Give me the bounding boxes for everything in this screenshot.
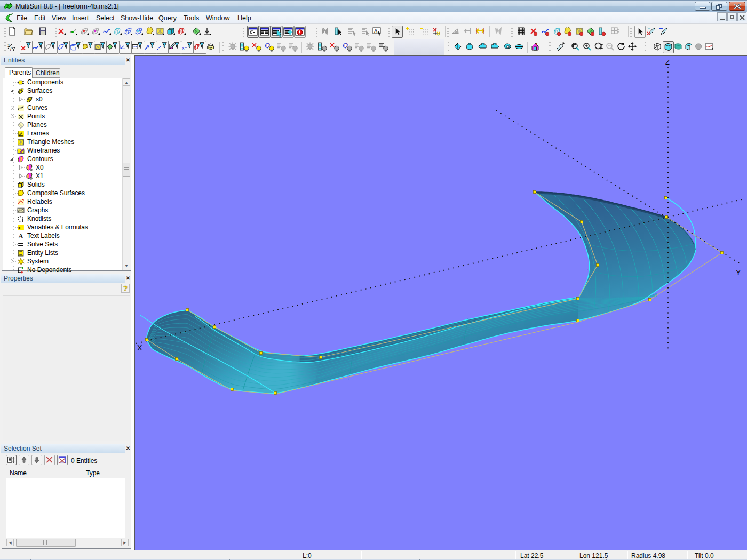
svg-text:X: X [137, 343, 142, 352]
svg-text:x=: x= [182, 45, 187, 51]
svg-text:Z: Z [665, 58, 670, 66]
svg-text:b: b [438, 34, 439, 37]
svg-text:A: A [374, 28, 378, 34]
svg-text:A: A [18, 232, 23, 239]
svg-text:x=: x= [18, 225, 24, 230]
svg-text:Y: Y [736, 268, 741, 277]
